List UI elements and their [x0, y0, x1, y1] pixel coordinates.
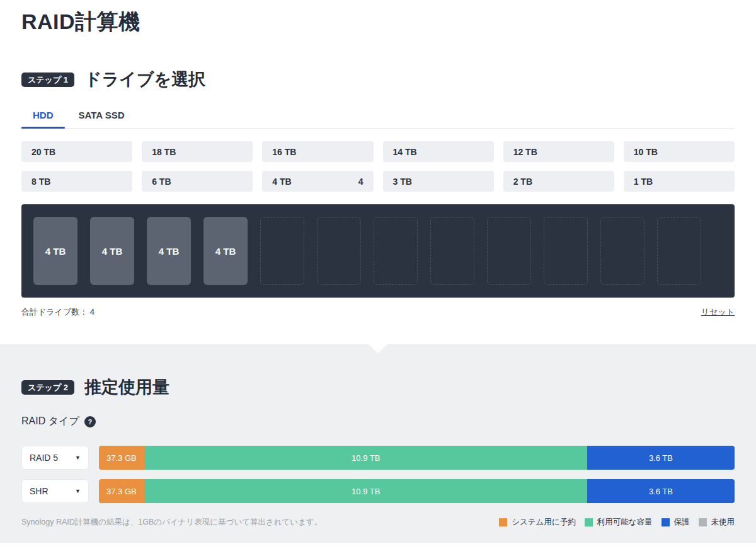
legend-swatch — [699, 518, 707, 526]
raid-type-value: RAID 5 — [30, 453, 58, 463]
raid-row-shr: SHR▼37.3 GB10.9 TB3.6 TB — [21, 479, 735, 503]
bay-empty-slot[interactable] — [430, 217, 474, 285]
legend-swatch — [499, 518, 507, 526]
drive-size-label: 6 TB — [152, 177, 171, 187]
bay-empty-slot[interactable] — [260, 217, 304, 285]
step1-badge: ステップ 1 — [21, 73, 74, 87]
drive-size-button-6-tb[interactable]: 6 TB — [142, 171, 253, 192]
step1-header: ステップ 1 ドライブを選択 — [21, 68, 735, 91]
legend-item: 保護 — [662, 517, 690, 528]
bay-drive[interactable]: 4 TB — [33, 217, 77, 285]
bay-drive[interactable]: 4 TB — [147, 217, 191, 285]
drive-bay: 4 TB4 TB4 TB4 TB — [21, 204, 735, 298]
footer-row: Synology RAID計算機の結果は、1GBのバイナリ表現に基づいて算出され… — [21, 517, 735, 528]
drive-size-button-10-tb[interactable]: 10 TB — [624, 141, 735, 162]
drive-size-label: 10 TB — [634, 147, 658, 157]
bay-empty-slot[interactable] — [600, 217, 644, 285]
bay-empty-slot[interactable] — [544, 217, 588, 285]
drive-size-button-12-tb[interactable]: 12 TB — [503, 141, 614, 162]
legend: システム用に予約利用可能な容量保護未使用 — [499, 517, 735, 528]
capacity-segment: 37.3 GB — [99, 479, 145, 503]
drive-size-button-18-tb[interactable]: 18 TB — [142, 141, 253, 162]
legend-swatch — [585, 518, 593, 526]
legend-item: 未使用 — [699, 517, 735, 528]
drive-size-button-14-tb[interactable]: 14 TB — [383, 141, 494, 162]
step2-header: ステップ 2 推定使用量 — [21, 376, 735, 398]
raid-type-row: RAID タイプ ? — [21, 415, 735, 428]
bay-empty-slot[interactable] — [374, 217, 418, 285]
step2-badge: ステップ 2 — [21, 380, 74, 395]
tab-hdd[interactable]: HDD — [32, 103, 55, 128]
total-drives-text: 合計ドライブ数： 4 — [21, 306, 94, 318]
chevron-down-icon: ▼ — [75, 455, 81, 461]
drive-size-label: 20 TB — [32, 147, 55, 157]
drive-size-label: 14 TB — [393, 147, 417, 157]
drive-size-button-1-tb[interactable]: 1 TB — [624, 171, 735, 192]
legend-item: 利用可能な容量 — [585, 517, 653, 528]
drive-size-button-8-tb[interactable]: 8 TB — [21, 171, 132, 192]
total-drives-value: 4 — [90, 307, 94, 317]
capacity-bar: 37.3 GB10.9 TB3.6 TB — [99, 446, 735, 470]
chevron-down-icon: ▼ — [75, 488, 81, 494]
drive-size-label: 12 TB — [513, 147, 537, 157]
legend-label: システム用に予約 — [512, 517, 575, 528]
legend-label: 保護 — [674, 517, 690, 528]
raid-type-value: SHR — [30, 486, 49, 496]
raid-type-select[interactable]: SHR▼ — [21, 479, 89, 503]
page-title: RAID計算機 — [21, 8, 735, 37]
legend-item: システム用に予約 — [499, 517, 575, 528]
drive-size-label: 4 TB — [272, 177, 291, 187]
raid-row-raid-5: RAID 5▼37.3 GB10.9 TB3.6 TB — [21, 446, 735, 470]
drive-size-button-2-tb[interactable]: 2 TB — [503, 171, 614, 192]
drive-size-label: 8 TB — [32, 177, 50, 187]
capacity-segment: 3.6 TB — [587, 446, 735, 470]
capacity-segment: 10.9 TB — [145, 446, 587, 470]
drive-size-label: 16 TB — [272, 147, 296, 157]
estimated-usage-section: ステップ 2 推定使用量 RAID タイプ ? RAID 5▼37.3 GB10… — [0, 344, 756, 543]
raid-type-select[interactable]: RAID 5▼ — [21, 446, 89, 470]
drive-selection-section: RAID計算機 ステップ 1 ドライブを選択 HDDSATA SSD 20 TB… — [0, 0, 756, 318]
drive-type-tabs: HDDSATA SSD — [21, 103, 735, 129]
tab-sata-ssd[interactable]: SATA SSD — [77, 103, 126, 128]
raid-type-label: RAID タイプ — [21, 415, 79, 428]
drive-size-button-20-tb[interactable]: 20 TB — [21, 141, 132, 162]
legend-swatch — [662, 518, 670, 526]
drive-size-grid: 20 TB18 TB16 TB14 TB12 TB10 TB8 TB6 TB4 … — [21, 141, 735, 192]
raid-rows: RAID 5▼37.3 GB10.9 TB3.6 TBSHR▼37.3 GB10… — [21, 446, 735, 503]
capacity-segment: 37.3 GB — [99, 446, 145, 470]
total-row: 合計ドライブ数： 4 リセット — [21, 306, 735, 318]
legend-label: 未使用 — [711, 517, 735, 528]
drive-size-label: 2 TB — [513, 177, 532, 187]
bay-empty-slot[interactable] — [317, 217, 361, 285]
bay-drive[interactable]: 4 TB — [203, 217, 248, 285]
capacity-segment: 10.9 TB — [145, 479, 587, 503]
drive-size-label: 18 TB — [152, 147, 176, 157]
drive-size-label: 3 TB — [393, 177, 412, 187]
drive-count-badge: 4 — [358, 177, 364, 187]
drive-size-label: 1 TB — [634, 177, 653, 187]
bay-empty-slot[interactable] — [487, 217, 531, 285]
drive-size-button-16-tb[interactable]: 16 TB — [262, 141, 373, 162]
help-icon[interactable]: ? — [84, 416, 96, 427]
drive-size-button-4-tb[interactable]: 4 TB4 — [262, 171, 373, 192]
reset-link[interactable]: リセット — [701, 306, 735, 318]
step2-heading: 推定使用量 — [84, 376, 169, 398]
step1-heading: ドライブを選択 — [84, 68, 205, 91]
footnote: Synology RAID計算機の結果は、1GBのバイナリ表現に基づいて算出され… — [21, 517, 322, 528]
section-notch — [369, 344, 387, 353]
drive-size-button-3-tb[interactable]: 3 TB — [383, 171, 494, 192]
total-drives-label: 合計ドライブ数： — [21, 307, 88, 317]
bay-drive[interactable]: 4 TB — [90, 217, 134, 285]
legend-label: 利用可能な容量 — [597, 517, 653, 528]
capacity-bar: 37.3 GB10.9 TB3.6 TB — [99, 479, 735, 503]
bay-empty-slot[interactable] — [657, 217, 701, 285]
capacity-segment: 3.6 TB — [587, 479, 735, 503]
